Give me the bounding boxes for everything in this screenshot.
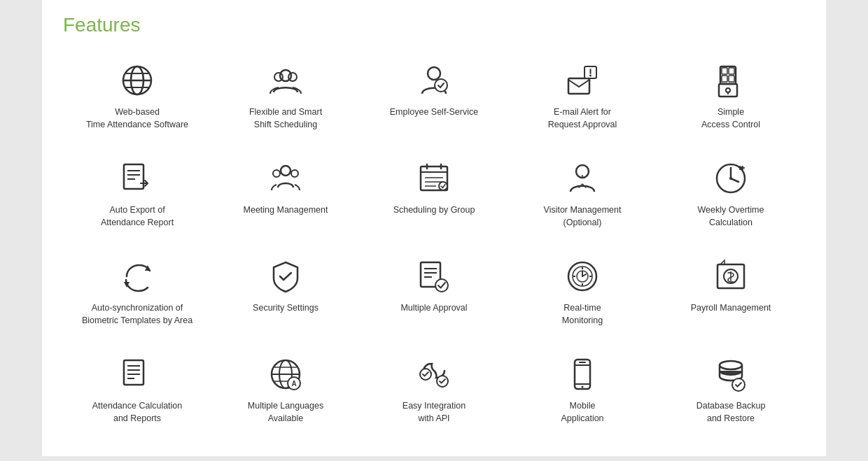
feature-item-database-backup: Database Backupand Restore <box>657 344 805 435</box>
svg-point-79 <box>720 361 742 369</box>
svg-text:A: A <box>291 380 296 388</box>
svg-point-28 <box>291 170 298 177</box>
feature-item-meeting-management: Meeting Management <box>211 148 360 239</box>
mobile-icon <box>564 355 602 393</box>
feature-item-multiple-approval: Multiple Approval <box>360 246 508 337</box>
feature-item-multiple-languages: A Multiple LanguagesAvailable <box>211 344 360 435</box>
group-scheduling-icon <box>415 159 454 197</box>
meeting-icon <box>267 159 305 197</box>
approval-icon <box>415 257 454 295</box>
feature-label-flexible-scheduling: Flexible and SmartShift Scheduling <box>249 106 322 131</box>
security-icon <box>267 257 305 295</box>
monitoring-icon <box>564 257 602 295</box>
feature-label-scheduling-by-group: Scheduling by Group <box>393 204 475 217</box>
feature-item-payroll-management: Payroll Management <box>657 246 805 337</box>
svg-point-6 <box>274 73 283 81</box>
self-service-icon <box>415 61 454 99</box>
svg-rect-18 <box>729 76 734 82</box>
feature-label-simple-access: SimpleAccess Control <box>701 106 760 131</box>
feature-label-easy-integration: Easy Integrationwith API <box>402 400 465 425</box>
access-control-icon <box>712 61 750 99</box>
page-title: Features <box>56 14 812 36</box>
feature-label-employee-self-service: Employee Self-Service <box>390 106 478 119</box>
email-alert-icon <box>564 61 602 99</box>
svg-point-13 <box>589 74 592 76</box>
svg-rect-16 <box>729 68 734 74</box>
svg-point-77 <box>582 385 584 388</box>
attendance-icon <box>118 355 157 393</box>
scheduling-icon <box>267 61 305 99</box>
feature-item-weekly-overtime: Weekly OvertimeCalculation <box>657 148 805 239</box>
features-grid: Web-basedTime Attendance Software Flexib… <box>56 50 812 435</box>
feature-item-easy-integration: Easy Integrationwith API <box>360 344 508 435</box>
feature-label-attendance-calculation: Attendance Calculationand Reports <box>92 400 183 425</box>
feature-label-mobile-application: MobileApplication <box>561 400 603 425</box>
svg-point-26 <box>281 166 290 176</box>
svg-rect-19 <box>719 84 737 97</box>
feature-label-auto-sync: Auto-synchronization ofBiometric Templat… <box>82 302 192 327</box>
feature-label-multiple-approval: Multiple Approval <box>400 302 467 315</box>
svg-rect-60 <box>124 360 144 385</box>
sync-icon <box>118 257 157 295</box>
svg-point-20 <box>726 88 730 92</box>
svg-point-9 <box>435 79 447 92</box>
web-icon <box>118 61 157 99</box>
svg-rect-15 <box>722 68 727 74</box>
svg-rect-22 <box>124 164 144 189</box>
svg-point-42 <box>729 177 732 180</box>
feature-label-weekly-overtime: Weekly OvertimeCalculation <box>698 204 764 229</box>
feature-label-auto-export: Auto Export ofAttendance Report <box>101 204 174 229</box>
feature-label-visitor-management: Visitor Management(Optional) <box>544 204 622 229</box>
feature-item-attendance-calculation: Attendance Calculationand Reports <box>63 344 211 435</box>
svg-point-8 <box>428 67 440 80</box>
svg-point-7 <box>288 73 297 81</box>
feature-item-email-alert: E-mail Alert forRequest Approval <box>508 50 657 141</box>
feature-item-mobile-application: MobileApplication <box>508 344 657 435</box>
auto-export-icon <box>118 159 157 197</box>
payroll-icon <box>712 257 750 295</box>
feature-item-scheduling-by-group: Scheduling by Group <box>360 148 508 239</box>
feature-label-database-backup: Database Backupand Restore <box>696 400 766 425</box>
feature-label-meeting-management: Meeting Management <box>244 204 328 217</box>
feature-label-payroll-management: Payroll Management <box>691 302 771 315</box>
feature-label-real-time-monitoring: Real-timeMonitoring <box>562 302 603 327</box>
feature-item-simple-access: SimpleAccess Control <box>657 50 805 141</box>
feature-item-employee-self-service: Employee Self-Service <box>360 50 508 141</box>
feature-item-auto-export: Auto Export ofAttendance Report <box>63 148 211 239</box>
svg-point-36 <box>439 182 447 190</box>
feature-item-auto-sync: Auto-synchronization ofBiometric Templat… <box>63 246 211 337</box>
feature-label-web-based: Web-basedTime Attendance Software <box>86 106 188 131</box>
svg-point-27 <box>273 170 280 177</box>
integration-icon <box>415 355 454 393</box>
svg-point-47 <box>435 279 448 292</box>
feature-label-multiple-languages: Multiple LanguagesAvailable <box>248 400 323 425</box>
page-wrapper: Features Web-basedTime Attendance Softwa… <box>42 0 826 456</box>
feature-item-real-time-monitoring: Real-timeMonitoring <box>508 246 657 337</box>
feature-label-email-alert: E-mail Alert forRequest Approval <box>548 106 617 131</box>
feature-item-security-settings: Security Settings <box>211 246 360 337</box>
visitor-icon <box>564 159 602 197</box>
feature-label-security-settings: Security Settings <box>253 302 318 315</box>
feature-item-flexible-scheduling: Flexible and SmartShift Scheduling <box>211 50 360 141</box>
svg-rect-17 <box>722 76 727 82</box>
feature-item-web-based: Web-basedTime Attendance Software <box>63 50 211 141</box>
feature-item-visitor-management: Visitor Management(Optional) <box>508 148 657 239</box>
languages-icon: A <box>267 355 305 393</box>
overtime-icon <box>712 159 750 197</box>
database-icon <box>712 355 750 393</box>
